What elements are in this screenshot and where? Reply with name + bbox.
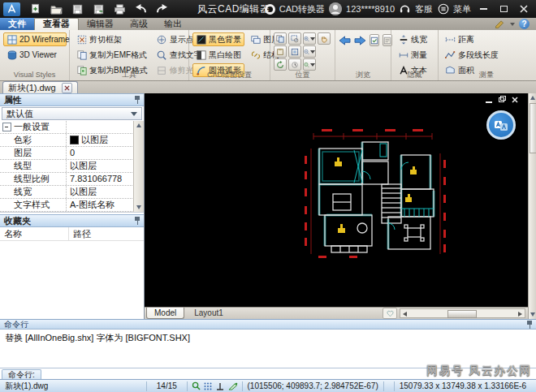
vertical-scroll-thumb[interactable] — [530, 103, 536, 153]
zoom-extents-icon[interactable] — [288, 45, 301, 58]
paste-view-icon[interactable] — [274, 45, 287, 58]
zoom-status-icon[interactable] — [192, 381, 201, 390]
save-button[interactable] — [71, 3, 84, 15]
document-tab-label: 新块(1).dwg — [8, 82, 56, 94]
style-picker-icon[interactable] — [494, 18, 506, 30]
favorites-col-path[interactable]: 路径 — [69, 227, 91, 240]
customer-service-link[interactable]: 客服 — [415, 3, 433, 15]
scroll-right-icon[interactable] — [518, 312, 522, 317]
scroll-down-icon[interactable] — [136, 205, 141, 209]
pin-icon[interactable] — [527, 321, 532, 329]
style-picker-dropdown-icon[interactable] — [510, 23, 515, 26]
canvas-horizontal-scrollbar[interactable] — [400, 308, 525, 318]
hide-measure-button[interactable]: 测量 — [395, 48, 435, 62]
scroll-up-icon[interactable] — [136, 123, 141, 127]
canvas-close-icon[interactable] — [511, 96, 518, 103]
canvas-minimize-icon[interactable] — [485, 96, 492, 103]
canvas-restore-icon[interactable] — [498, 96, 505, 103]
tab-layout1[interactable]: Layout1 — [186, 308, 231, 319]
group-position: 位置 — [270, 30, 335, 80]
cad-converter-float-button[interactable] — [486, 110, 516, 140]
regen-icon[interactable] — [288, 58, 301, 71]
measure-distance-button[interactable]: 距离 — [442, 32, 532, 46]
ribbon: 2D Wireframe 3D Viewer Visual Styles 剪切框… — [0, 30, 536, 81]
show-point-icon — [157, 34, 167, 45]
group-label-browse: 浏览 — [335, 71, 391, 80]
app-logo-icon — [3, 2, 20, 16]
forward-view-icon[interactable] — [354, 34, 366, 46]
properties-preset-dropdown[interactable]: 默认值 — [2, 107, 142, 120]
viewer-3d-button[interactable]: 3D Viewer — [3, 48, 67, 62]
back-view-icon[interactable] — [339, 34, 351, 46]
pin-icon[interactable] — [135, 96, 140, 104]
collapse-icon[interactable] — [2, 123, 11, 131]
hide-linewidth-button[interactable]: 线宽 — [395, 32, 435, 46]
wireframe-2d-button[interactable]: 2D Wireframe — [3, 32, 67, 46]
horizontal-scroll-thumb[interactable] — [447, 310, 477, 318]
ortho-icon[interactable] — [216, 381, 225, 390]
account-number[interactable]: 123****8910 — [346, 4, 395, 14]
grid-snap-icon[interactable] — [204, 381, 213, 390]
property-row[interactable]: 线型 以图层 — [0, 160, 144, 173]
favorite-view-button[interactable] — [383, 308, 397, 319]
zoom-in-icon[interactable] — [303, 32, 316, 45]
measure-polyline-button[interactable]: 多段线长度 — [442, 48, 532, 62]
tab-advanced[interactable]: 高级 — [122, 18, 156, 30]
property-row[interactable]: 图层 0 — [0, 147, 144, 160]
property-grid-scrollbar[interactable] — [133, 121, 144, 212]
property-row[interactable]: 色彩 以图层 — [0, 134, 144, 147]
measure-distance-label: 距离 — [458, 34, 474, 45]
save-as-button[interactable] — [93, 3, 105, 15]
document-tab[interactable]: 新块(1).dwg — [2, 81, 78, 93]
menu-link[interactable]: 菜单 — [453, 3, 471, 15]
tab-model[interactable]: Model — [146, 308, 184, 319]
properties-preset-value: 默认值 — [6, 108, 33, 120]
cad-converter-link[interactable]: CAD转换器 — [279, 3, 325, 15]
cut-frame-button[interactable]: 剪切框架 — [73, 32, 151, 46]
avatar[interactable] — [329, 2, 342, 15]
group-label-cad-settings: CAD绘图设置 — [189, 71, 270, 80]
rotate-view-icon[interactable] — [274, 58, 287, 71]
canvas-vertical-scrollbar[interactable] — [528, 93, 536, 319]
draw-mode-icon[interactable] — [228, 381, 238, 390]
document-close-icon[interactable] — [62, 83, 72, 93]
tab-file[interactable]: 文件 — [0, 18, 34, 30]
property-group-row[interactable]: 一般设置 — [0, 121, 144, 134]
command-message: 替换 [AllInOneBig.shx] 字体为 [BIGFONT.SHX] — [5, 333, 190, 342]
favorites-col-name[interactable]: 名称 — [0, 227, 69, 240]
bw-drawing-button[interactable]: 黑白绘图 — [192, 48, 244, 62]
drawing-canvas[interactable] — [145, 93, 528, 307]
zoom-out-icon[interactable] — [303, 45, 316, 58]
left-panel: 属性 默认值 一般设置 色彩 以图层 图层 0 线型 以图层 — [0, 93, 145, 319]
favorites-title: 收藏夹 — [4, 215, 31, 227]
property-row[interactable]: 文字样式 A-图纸名称 — [0, 199, 144, 212]
open-file-button[interactable] — [50, 3, 63, 15]
maximize-button[interactable] — [495, 2, 512, 16]
zoom-window-icon[interactable] — [288, 32, 301, 45]
help-button[interactable]: ? — [519, 19, 530, 29]
copy-view-icon[interactable] — [274, 32, 287, 45]
close-button[interactable] — [516, 2, 532, 16]
property-row[interactable]: 线型比例 7.831066778 — [0, 173, 144, 186]
zoom-scale-icon[interactable] — [303, 58, 316, 71]
undo-button[interactable] — [135, 3, 147, 15]
pin-icon[interactable] — [135, 217, 140, 225]
copy-emf-button[interactable]: 复制为EMF格式 — [73, 48, 151, 62]
scroll-up-icon[interactable] — [530, 96, 535, 100]
scroll-left-icon[interactable] — [403, 312, 407, 317]
property-row[interactable]: 线宽 以图层 — [0, 186, 144, 199]
tab-editor[interactable]: 编辑器 — [79, 18, 122, 30]
command-history[interactable]: 替换 [AllInOneBig.shx] 字体为 [BIGFONT.SHX] — [0, 330, 536, 368]
black-background-button[interactable]: 黑色背景 — [192, 32, 244, 46]
ribbon-tab-bar: 文件 查看器 编辑器 高级 输出 ? — [0, 18, 536, 30]
tab-viewer[interactable]: 查看器 — [34, 18, 79, 30]
new-file-button[interactable] — [29, 3, 41, 15]
redo-button[interactable] — [156, 3, 168, 15]
minimize-button[interactable] — [475, 2, 491, 16]
tab-output[interactable]: 输出 — [156, 18, 190, 30]
scroll-down-icon[interactable] — [530, 312, 535, 317]
pan-icon[interactable] — [318, 32, 331, 45]
print-button[interactable] — [114, 3, 126, 15]
linewidth-icon — [398, 34, 408, 45]
saved-view-icon[interactable] — [370, 34, 379, 46]
